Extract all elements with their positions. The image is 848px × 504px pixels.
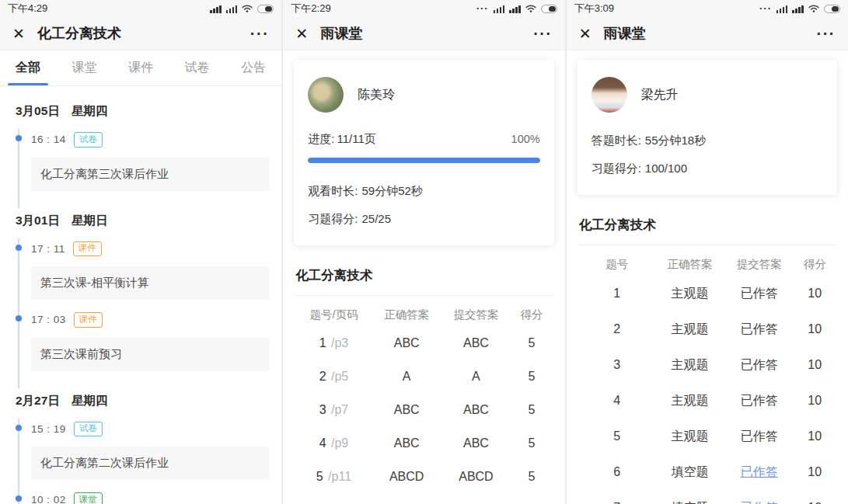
entry-item[interactable]: 化工分离第三次课后作业 bbox=[31, 158, 270, 191]
entry-type-badge: 课堂 bbox=[74, 492, 103, 504]
navbar: ✕ 化工分离技术 ··· bbox=[0, 17, 281, 50]
page-title: 雨课堂 bbox=[604, 24, 646, 43]
page-no: /p11 bbox=[325, 470, 351, 483]
student-report-card: 梁先升 答题时长:55分钟18秒 习题得分:100/100 bbox=[578, 60, 837, 195]
entry-time: 15 : 19 bbox=[31, 423, 66, 435]
timeline-group: 2月27日星期四15 : 19试卷化工分离第二次课后作业10 : 02课堂第二次… bbox=[0, 393, 281, 504]
timeline-dot-icon bbox=[16, 495, 22, 502]
cell-submitted-answer: ABCD bbox=[441, 470, 511, 484]
battery-icon bbox=[257, 5, 274, 13]
column-header: 得分 bbox=[511, 308, 553, 322]
weekday-label: 星期日 bbox=[72, 213, 108, 229]
timeline-dot-icon bbox=[16, 245, 22, 251]
cell-score: 10 bbox=[794, 322, 836, 336]
signal-icon bbox=[776, 5, 788, 13]
date-header: 3月05日星期四 bbox=[16, 103, 266, 120]
more-icon[interactable]: ··· bbox=[250, 28, 269, 39]
status-icons bbox=[210, 4, 274, 13]
cell-correct-answer: ABCD bbox=[372, 470, 441, 484]
exercise-score-row: 习题得分:100/100 bbox=[592, 162, 823, 176]
panel2-top: 下午2:29 ··· ✕ 雨课堂 ··· bbox=[283, 0, 564, 50]
cell-submitted-answer: ABC bbox=[441, 436, 511, 450]
profile-row: 陈美玲 bbox=[308, 77, 539, 113]
exercise-score-value: 100/100 bbox=[645, 162, 687, 175]
question-no: 1 bbox=[319, 336, 326, 349]
panel1-top: 下午4:29 ✕ 化工分离技术 ··· bbox=[0, 0, 281, 50]
weekday-label: 星期四 bbox=[72, 103, 108, 120]
entry-time: 17 : 03 bbox=[31, 314, 66, 325]
answer-duration-row: 答题时长:55分钟18秒 bbox=[592, 134, 823, 148]
more-icon[interactable]: ··· bbox=[817, 28, 836, 39]
close-icon[interactable]: ✕ bbox=[295, 25, 308, 43]
cell-score: 10 bbox=[794, 287, 836, 301]
cell-question-type: 主观题 bbox=[655, 322, 724, 338]
entry-item[interactable]: 化工分离第二次课后作业 bbox=[31, 447, 270, 480]
cell-score: 10 bbox=[794, 501, 836, 504]
answers-table: 题号正确答案提交答案得分 1主观题已作答102主观题已作答103主观题已作答10… bbox=[579, 245, 836, 504]
timeline-group: 3月01日星期日17 : 11课件第三次课-相平衡计算17 : 03课件第三次课… bbox=[0, 213, 281, 376]
cell-correct-answer: ABC bbox=[372, 336, 441, 350]
signal-icon bbox=[792, 5, 804, 13]
battery-icon bbox=[541, 5, 557, 13]
cell-question-no: 1 /p3 bbox=[295, 336, 372, 350]
close-icon[interactable]: ✕ bbox=[12, 25, 25, 43]
timeline-entries: 17 : 11课件第三次课-相平衡计算17 : 03课件第三次课前预习 bbox=[18, 229, 281, 376]
weekday-label: 星期四 bbox=[72, 393, 108, 409]
signal-icon bbox=[210, 5, 222, 13]
cell-answer-link[interactable]: 已作答 bbox=[724, 464, 794, 481]
cell-answer-status: 已作答 bbox=[724, 322, 794, 338]
table-row: 3 /p7ABCABC5 bbox=[295, 393, 552, 426]
table-row: 5主观题已作答10 bbox=[579, 419, 836, 454]
timeline-dot-icon bbox=[16, 135, 22, 141]
page-no: /p9 bbox=[328, 436, 349, 450]
battery-icon bbox=[824, 5, 840, 13]
navbar: ✕ 雨课堂 ··· bbox=[283, 17, 564, 50]
p2-table-header: 题号/页码正确答案提交答案得分 bbox=[295, 296, 552, 326]
wifi-icon bbox=[525, 4, 536, 13]
cell-question-no: 1 bbox=[579, 287, 655, 301]
date-label: 2月27日 bbox=[16, 393, 60, 409]
screen-courseware-report: 下午2:29 ··· ✕ 雨课堂 ··· 陈美玲 bbox=[281, 0, 564, 504]
cell-correct-answer: ABC bbox=[372, 436, 441, 450]
column-header: 得分 bbox=[794, 257, 836, 272]
entry-time-row: 10 : 02课堂 bbox=[18, 480, 281, 504]
page-no: /p3 bbox=[328, 336, 349, 349]
page-title: 雨课堂 bbox=[320, 24, 362, 43]
column-header: 正确答案 bbox=[372, 308, 441, 322]
panel3-top: 下午3:09 ··· ✕ 雨课堂 ··· bbox=[567, 0, 848, 50]
cell-submitted-answer: A bbox=[441, 370, 511, 384]
tab-公告[interactable]: 公告 bbox=[241, 50, 266, 85]
more-icon[interactable]: ··· bbox=[533, 28, 552, 39]
p3-table-header: 题号正确答案提交答案得分 bbox=[579, 245, 836, 276]
student-name: 陈美玲 bbox=[358, 87, 395, 103]
cell-submitted-answer: ABC bbox=[441, 403, 511, 417]
tab-全部[interactable]: 全部 bbox=[16, 50, 40, 85]
tab-试卷[interactable]: 试卷 bbox=[185, 50, 210, 85]
cell-question-no: 2 /p5 bbox=[295, 370, 372, 384]
entry-time: 17 : 11 bbox=[31, 243, 65, 255]
cell-answer-status: 已作答 bbox=[724, 429, 794, 445]
app: 下午4:29 ✕ 化工分离技术 ··· 全部课堂课件试卷公告 3月05日星期四1… bbox=[0, 0, 848, 504]
timeline-entries: 15 : 19试卷化工分离第二次课后作业10 : 02课堂第二次课-简述精馏 bbox=[18, 409, 281, 504]
profile-row: 梁先升 bbox=[592, 77, 823, 113]
course-title: 化工分离技术 bbox=[295, 267, 552, 284]
entry-item[interactable]: 第三次课-相平衡计算 bbox=[31, 266, 270, 300]
screen-course-feed: 下午4:29 ✕ 化工分离技术 ··· 全部课堂课件试卷公告 3月05日星期四1… bbox=[0, 0, 281, 504]
cell-answer-link[interactable]: 已作答 bbox=[724, 500, 794, 504]
entry-type-badge: 试卷 bbox=[74, 132, 103, 148]
tab-课堂[interactable]: 课堂 bbox=[72, 50, 97, 85]
close-icon[interactable]: ✕ bbox=[579, 25, 592, 43]
tab-课件[interactable]: 课件 bbox=[128, 50, 153, 85]
signal-icon bbox=[509, 5, 521, 13]
exercise-score-value: 25/25 bbox=[362, 212, 392, 225]
cell-question-type: 主观题 bbox=[655, 357, 724, 374]
entry-item[interactable]: 第三次课前预习 bbox=[31, 338, 270, 371]
cell-answer-status: 已作答 bbox=[724, 357, 794, 374]
avatar bbox=[308, 77, 344, 113]
table-row: 6填空题已作答10 bbox=[579, 454, 836, 490]
timeline-entries: 16 : 14试卷化工分离第三次课后作业 bbox=[18, 120, 281, 196]
entry-type-badge: 试卷 bbox=[74, 422, 103, 437]
entry-time: 16 : 14 bbox=[31, 134, 66, 145]
progress-row: 进度:11/11页 100% bbox=[308, 132, 539, 147]
p3-table-body: 1主观题已作答102主观题已作答103主观题已作答104主观题已作答105主观题… bbox=[579, 276, 836, 504]
